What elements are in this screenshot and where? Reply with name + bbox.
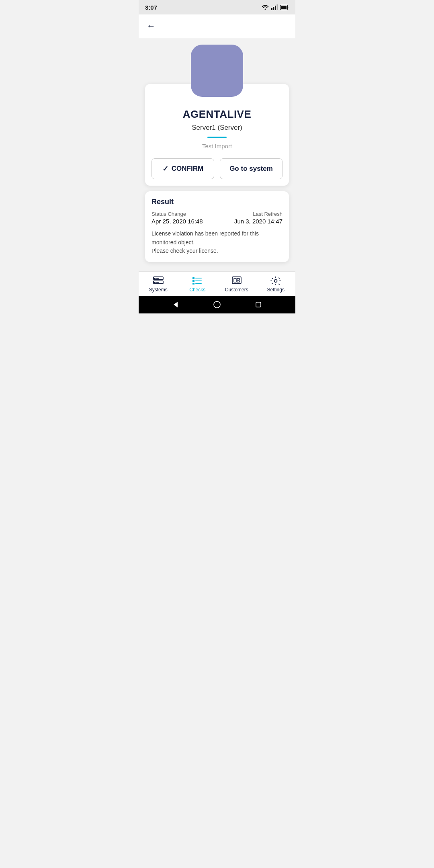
top-nav: ← — [139, 14, 295, 38]
last-refresh-date: Jun 3, 2020 14:47 — [234, 218, 283, 225]
svg-point-22 — [274, 280, 277, 283]
svg-rect-0 — [271, 8, 272, 10]
svg-marker-23 — [174, 302, 178, 307]
android-back-button[interactable] — [171, 300, 180, 309]
svg-rect-16 — [192, 283, 194, 285]
avatar-wrapper — [145, 45, 289, 97]
agent-subtitle: Server1 (Server) — [192, 124, 242, 132]
svg-rect-5 — [281, 6, 287, 9]
divider — [207, 137, 227, 138]
nav-item-checks[interactable]: Checks — [178, 275, 217, 294]
svg-rect-2 — [275, 6, 276, 10]
android-nav-bar — [139, 296, 295, 313]
status-bar: 3:07 — [139, 0, 295, 14]
nav-label-checks: Checks — [189, 287, 205, 293]
result-title: Result — [151, 198, 283, 206]
nav-label-settings: Settings — [267, 287, 285, 293]
svg-point-24 — [214, 301, 220, 308]
goto-system-button[interactable]: Go to system — [220, 158, 283, 179]
svg-rect-3 — [277, 4, 278, 10]
svg-rect-8 — [156, 278, 159, 279]
nav-item-systems[interactable]: Systems — [139, 275, 178, 294]
svg-rect-25 — [256, 302, 261, 307]
svg-rect-1 — [273, 7, 274, 10]
status-change-label: Status Change — [151, 211, 203, 217]
last-refresh-label: Last Refresh — [234, 211, 283, 217]
svg-rect-19 — [234, 278, 236, 282]
nav-label-customers: Customers — [225, 287, 248, 293]
status-change-date: Apr 25, 2020 16:48 — [151, 218, 203, 225]
svg-rect-12 — [192, 277, 194, 279]
action-buttons: ✓ CONFIRM Go to system — [151, 158, 283, 179]
back-arrow-icon: ← — [147, 21, 156, 31]
systems-icon — [153, 276, 164, 285]
wifi-icon — [262, 4, 269, 10]
status-icons — [262, 4, 289, 10]
checks-icon — [192, 276, 203, 285]
svg-rect-20 — [237, 278, 240, 280]
bottom-nav: Systems Checks Customers Settings — [139, 271, 295, 296]
nav-label-systems: Systems — [149, 287, 168, 293]
last-refresh-group: Last Refresh Jun 3, 2020 14:47 — [234, 211, 283, 225]
main-content: AGENTALIVE Server1 (Server) Test Import … — [139, 38, 295, 271]
avatar — [191, 45, 243, 97]
svg-rect-11 — [156, 282, 159, 283]
back-button[interactable]: ← — [145, 19, 157, 33]
svg-rect-7 — [154, 278, 156, 279]
checkmark-icon: ✓ — [162, 164, 168, 173]
nav-item-customers[interactable]: Customers — [217, 275, 256, 294]
signal-icon — [271, 4, 278, 10]
nav-item-settings[interactable]: Settings — [256, 275, 296, 294]
svg-rect-14 — [192, 280, 194, 282]
status-time: 3:07 — [145, 4, 157, 11]
main-card: AGENTALIVE Server1 (Server) Test Import … — [145, 84, 289, 186]
android-home-button[interactable] — [212, 300, 222, 309]
android-recent-button[interactable] — [254, 300, 263, 309]
result-card: Result Status Change Apr 25, 2020 16:48 … — [145, 191, 289, 262]
svg-rect-15 — [195, 280, 202, 281]
confirm-button[interactable]: ✓ CONFIRM — [151, 158, 214, 179]
agent-name: AGENTALIVE — [183, 108, 252, 121]
svg-rect-13 — [195, 278, 202, 278]
customers-icon — [231, 276, 242, 285]
battery-icon — [280, 5, 289, 10]
svg-rect-21 — [237, 281, 240, 282]
svg-rect-10 — [154, 282, 156, 283]
settings-icon — [270, 276, 281, 285]
result-message: License violation has been reported for … — [151, 229, 283, 256]
agent-group: Test Import — [202, 143, 232, 149]
svg-rect-17 — [195, 283, 202, 284]
status-change-group: Status Change Apr 25, 2020 16:48 — [151, 211, 203, 225]
result-dates: Status Change Apr 25, 2020 16:48 Last Re… — [151, 211, 283, 225]
